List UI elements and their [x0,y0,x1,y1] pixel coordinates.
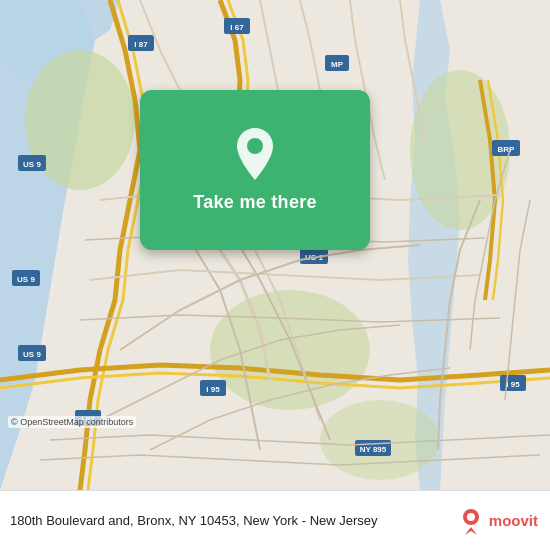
svg-text:I 95: I 95 [506,380,520,389]
info-bar: 180th Boulevard and, Bronx, NY 10453, Ne… [0,490,550,550]
svg-text:BRP: BRP [498,145,516,154]
moovit-logo: moovit [457,507,538,535]
svg-text:MP: MP [331,60,344,69]
svg-text:US 9: US 9 [17,275,35,284]
svg-text:US 9: US 9 [23,160,41,169]
svg-point-31 [467,513,475,521]
address-block: 180th Boulevard and, Bronx, NY 10453, Ne… [10,513,457,528]
moovit-brand-text: moovit [489,512,538,529]
location-card[interactable]: Take me there [140,90,370,250]
svg-text:I 87: I 87 [134,40,148,49]
location-pin-icon [233,128,277,180]
svg-point-2 [210,290,370,410]
svg-text:US 9: US 9 [23,350,41,359]
svg-text:I 95: I 95 [206,385,220,394]
address-text: 180th Boulevard and, Bronx, NY 10453, Ne… [10,513,457,528]
map-container: I 87 I 87 I 67 I 95 I 95 BRP US 9 US 9 U… [0,0,550,490]
svg-point-29 [247,138,263,154]
moovit-icon [457,507,485,535]
take-me-there-button[interactable]: Take me there [193,192,317,213]
svg-text:I 67: I 67 [230,23,244,32]
osm-attribution: © OpenStreetMap contributors [8,416,136,428]
svg-text:NY 895: NY 895 [360,445,387,454]
